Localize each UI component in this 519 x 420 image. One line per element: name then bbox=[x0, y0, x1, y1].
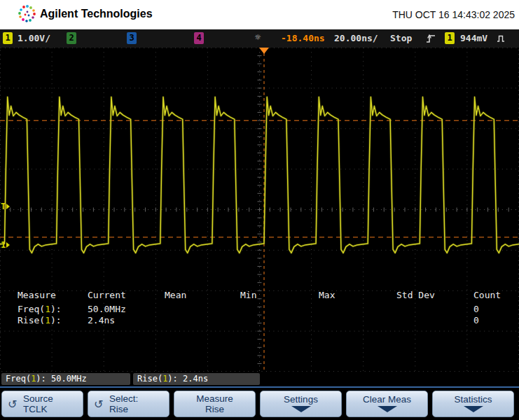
col-measure: Measure bbox=[18, 290, 88, 301]
measure-name-cell: Freq(1): bbox=[18, 304, 88, 315]
top-bar: Agilent Technologies THU OCT 16 14:43:02… bbox=[0, 0, 519, 29]
softkey-label: Select: bbox=[109, 393, 138, 404]
brand-name: Agilent Technologies bbox=[40, 8, 153, 20]
softkey-label: Measure bbox=[196, 393, 233, 404]
softkey-bar: ↺ Source TCLK ↺ Select: Rise Measure Ris… bbox=[0, 386, 519, 420]
measurement-row-freq: Freq(1): 50.0MHz 0 bbox=[18, 304, 519, 315]
measurement-row-rise: Rise(1): 2.4ns 0 bbox=[18, 315, 519, 326]
min-value-cell bbox=[240, 315, 319, 326]
oscilloscope-screen: Agilent Technologies THU OCT 16 14:43:02… bbox=[0, 0, 519, 420]
softkey-source[interactable]: ↺ Source TCLK bbox=[1, 391, 83, 417]
softkey-label: Source bbox=[23, 393, 53, 404]
count-value-cell: 0 bbox=[473, 315, 519, 326]
right-triangle-icon bbox=[6, 242, 10, 248]
acquisition-status: Stop bbox=[390, 32, 412, 44]
channel-3-badge[interactable]: 3 bbox=[127, 32, 137, 44]
softkey-value: Rise bbox=[109, 404, 128, 414]
rotary-knob-icon: ↺ bbox=[8, 398, 17, 411]
col-max: Max bbox=[319, 290, 396, 301]
freq-result-pill: Freq(1): 50.0MHz bbox=[1, 373, 130, 385]
current-value-cell: 50.0MHz bbox=[88, 304, 165, 315]
measurement-table: Measure Current Mean Min Max Std Dev Cou… bbox=[18, 290, 519, 326]
col-current: Current bbox=[88, 290, 165, 301]
stddev-value-cell bbox=[396, 304, 473, 315]
measurement-header-row: Measure Current Mean Min Max Std Dev Cou… bbox=[18, 290, 519, 301]
ground-marker-label: 1 bbox=[1, 240, 6, 250]
channel-1-ground-marker[interactable]: 1 bbox=[1, 239, 10, 251]
softkey-clear-meas[interactable]: Clear Meas bbox=[346, 391, 428, 417]
status-bar: 1 1.00V/ 2 3 4 ☼ -18.40ns 20.00ns/ Stop … bbox=[0, 29, 519, 48]
softkey-label: Clear Meas bbox=[363, 394, 411, 405]
count-value-cell: 0 bbox=[473, 304, 519, 315]
measure-name-cell: Rise(1): bbox=[18, 315, 88, 326]
agilent-logo bbox=[18, 4, 37, 24]
col-count: Count bbox=[473, 290, 519, 301]
max-value-cell bbox=[319, 304, 396, 315]
datetime: THU OCT 16 14:43:02 2025 bbox=[392, 9, 515, 20]
rotary-knob-icon: ↺ bbox=[94, 398, 103, 411]
stddev-value-cell bbox=[396, 315, 473, 326]
softkey-value: Rise bbox=[205, 404, 224, 414]
col-stddev: Std Dev bbox=[396, 290, 473, 301]
down-arrow-icon bbox=[463, 406, 484, 412]
trigger-level-icon bbox=[497, 34, 505, 43]
trigger-source-badge[interactable]: 1 bbox=[445, 32, 455, 44]
timebase-readout[interactable]: 20.00ns/ bbox=[334, 32, 378, 44]
trigger-level-marker[interactable]: T bbox=[1, 201, 10, 212]
col-mean: Mean bbox=[165, 290, 240, 301]
results-line: Freq(1): 50.0MHz Rise(1): 2.4ns bbox=[0, 372, 519, 386]
softkey-statistics[interactable]: Statistics bbox=[432, 391, 514, 417]
right-triangle-icon bbox=[6, 204, 10, 209]
rise-result-pill: Rise(1): 2.4ns bbox=[133, 373, 260, 385]
trigger-slope-icon bbox=[426, 33, 436, 44]
channel-1-badge[interactable]: 1 bbox=[3, 32, 13, 44]
softkey-label: Settings bbox=[284, 394, 318, 405]
col-min: Min bbox=[240, 290, 319, 301]
mean-value-cell bbox=[165, 304, 240, 315]
min-value-cell bbox=[240, 304, 319, 315]
waveform-display: T 1 Measure Current Mean Min Max Std Dev… bbox=[0, 48, 519, 372]
horizontal-delay-readout[interactable]: -18.40ns bbox=[281, 32, 325, 44]
down-arrow-icon bbox=[291, 406, 312, 412]
trigger-marker-label: T bbox=[1, 202, 6, 211]
softkey-measure[interactable]: Measure Rise bbox=[174, 391, 256, 417]
max-value-cell bbox=[319, 315, 396, 326]
softkey-label: Statistics bbox=[454, 394, 492, 405]
softkey-value: TCLK bbox=[23, 404, 48, 414]
softkey-select[interactable]: ↺ Select: Rise bbox=[88, 391, 169, 417]
channel-4-badge[interactable]: 4 bbox=[194, 32, 204, 44]
intensity-icon: ☼ bbox=[255, 31, 261, 43]
softkey-settings[interactable]: Settings bbox=[260, 391, 342, 417]
current-value-cell: 2.4ns bbox=[88, 315, 165, 326]
mean-value-cell bbox=[165, 315, 240, 326]
trigger-level-readout[interactable]: 944mV bbox=[460, 32, 487, 44]
channel-1-scale[interactable]: 1.00V/ bbox=[18, 32, 50, 44]
channel-2-badge[interactable]: 2 bbox=[67, 32, 76, 44]
down-arrow-icon bbox=[377, 406, 398, 412]
